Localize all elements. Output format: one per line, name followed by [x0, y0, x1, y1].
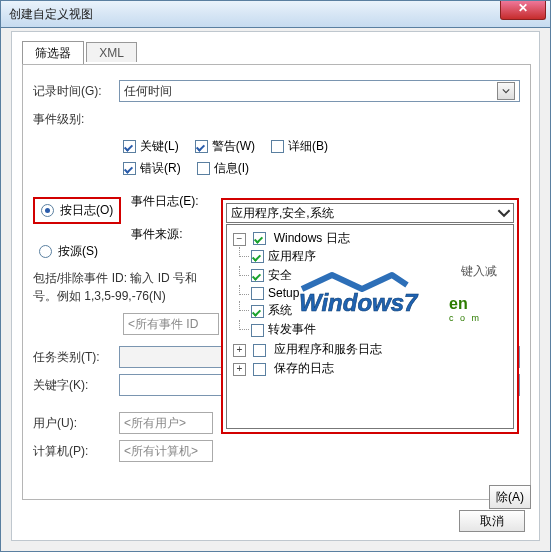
cancel-button[interactable]: 取消	[459, 510, 525, 532]
tab-filter[interactable]: 筛选器	[22, 41, 84, 64]
tree-checkbox[interactable]	[253, 344, 266, 357]
clear-button[interactable]: 除(A)	[489, 485, 531, 509]
expand-icon[interactable]: +	[233, 363, 246, 376]
keywords-label: 关键字(K):	[33, 377, 119, 394]
event-logs-selected: 应用程序,安全,系统	[231, 205, 334, 222]
include-text: 包括/排除事件 ID: 输入 ID 号和 号。例如 1,3,5-99,-76(N…	[33, 269, 208, 305]
window: 创建自定义视图 ✕ 筛选器 XML 记录时间(G): 任何时间 事件级别: 关键…	[0, 0, 551, 552]
user-label: 用户(U):	[33, 415, 119, 432]
critical-checkbox[interactable]: 关键(L)	[123, 138, 179, 155]
log-time-combo[interactable]: 任何时间	[119, 80, 520, 102]
event-level-label: 事件级别:	[33, 111, 119, 128]
event-logs-tree[interactable]: − Windows 日志 应用程序安全Setup系统转发事件 + 应用程序和服务…	[226, 224, 514, 429]
tree-checkbox[interactable]	[253, 232, 266, 245]
tree-root[interactable]: − Windows 日志 应用程序安全Setup系统转发事件	[233, 229, 509, 340]
verbose-checkbox[interactable]: 详细(B)	[271, 138, 328, 155]
log-time-label: 记录时间(G):	[33, 83, 119, 100]
tree-item[interactable]: Setup	[251, 285, 509, 301]
tree-checkbox[interactable]	[251, 250, 264, 263]
computer-input[interactable]: <所有计算机>	[119, 440, 213, 462]
tree-checkbox[interactable]	[251, 324, 264, 337]
tree-item[interactable]: 系统	[251, 301, 509, 320]
event-logs-combo[interactable]: 应用程序,安全,系统	[226, 203, 514, 223]
expand-icon[interactable]: +	[233, 344, 246, 357]
event-id-input[interactable]: <所有事件 ID	[123, 313, 219, 335]
chevron-down-icon[interactable]	[497, 82, 515, 100]
tab-panel: 记录时间(G): 任何时间 事件级别: 关键(L) 警告(W) 详细(B) 错误…	[22, 64, 531, 500]
by-log-radio[interactable]: 按日志(O)	[33, 197, 121, 224]
error-checkbox[interactable]: 错误(R)	[123, 160, 181, 177]
close-icon[interactable]: ✕	[500, 1, 546, 20]
tree-item[interactable]: 转发事件	[251, 320, 509, 339]
titlebar: 创建自定义视图 ✕	[1, 1, 550, 28]
tree-checkbox[interactable]	[253, 363, 266, 376]
window-title: 创建自定义视图	[9, 6, 93, 23]
event-sources-label: 事件来源:	[131, 226, 198, 243]
tree-checkbox[interactable]	[251, 269, 264, 282]
event-logs-dropdown: 应用程序,安全,系统 − Windows 日志 应用程序安全Setup系统转发事…	[221, 198, 519, 434]
warning-checkbox[interactable]: 警告(W)	[195, 138, 255, 155]
by-source-radio[interactable]: 按源(S)	[33, 240, 121, 263]
computer-label: 计算机(P):	[33, 443, 119, 460]
tab-xml[interactable]: XML	[86, 42, 137, 62]
tree-apps-services[interactable]: + 应用程序和服务日志	[233, 340, 509, 359]
user-input[interactable]: <所有用户>	[119, 412, 213, 434]
task-category-label: 任务类别(T):	[33, 349, 119, 366]
tree-checkbox[interactable]	[251, 305, 264, 318]
event-logs-label: 事件日志(E):	[131, 193, 198, 210]
client-area: 筛选器 XML 记录时间(G): 任何时间 事件级别: 关键(L) 警告(W) …	[11, 31, 540, 541]
chevron-down-icon[interactable]	[497, 206, 511, 220]
tree-item[interactable]: 安全	[251, 266, 509, 285]
tabset: 筛选器 XML	[22, 40, 539, 64]
log-time-value: 任何时间	[124, 83, 172, 100]
tree-saved-logs[interactable]: + 保存的日志	[233, 359, 509, 378]
collapse-icon[interactable]: −	[233, 233, 246, 246]
tree-checkbox[interactable]	[251, 287, 264, 300]
tree-item[interactable]: 应用程序	[251, 247, 509, 266]
information-checkbox[interactable]: 信息(I)	[197, 160, 249, 177]
